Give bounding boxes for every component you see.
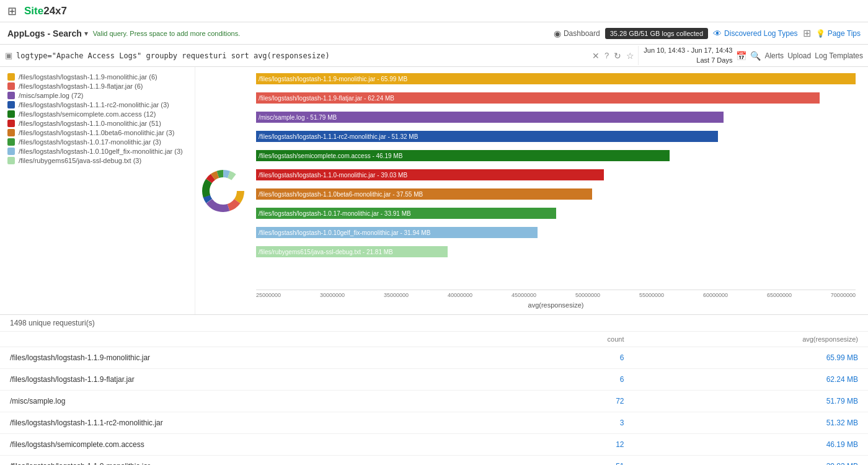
legend-item[interactable]: /files/logstash/semicomplete.com.access … — [7, 110, 187, 118]
row-count-0[interactable]: 6 — [521, 347, 634, 369]
row-count-2[interactable]: 72 — [521, 391, 634, 412]
query-icon: ▣ — [5, 51, 12, 60]
bar-row: /files/logstash/logstash-1.0.17-monolith… — [256, 206, 856, 220]
legend-color-3 — [7, 101, 15, 108]
row-size-2[interactable]: 51.79 MB — [634, 391, 869, 412]
row-size-4[interactable]: 46.19 MB — [634, 434, 869, 456]
refresh-btn[interactable]: ↻ — [614, 51, 621, 61]
bar-fill-3[interactable]: /files/logstash/logstash-1.1.1-rc2-monol… — [256, 131, 718, 142]
row-path-2[interactable]: /misc/sample.log — [0, 391, 521, 412]
table-row: /files/logstash/logstash-1.1.9-flatjar.j… — [0, 369, 868, 391]
row-count-5[interactable]: 51 — [521, 456, 634, 466]
upload-btn[interactable]: Upload — [787, 51, 811, 60]
discovered-log-types-btn[interactable]: 👁 Discovered Log Types — [713, 29, 798, 38]
legend-color-9 — [7, 157, 15, 164]
legend-color-1 — [7, 82, 15, 90]
bar-fill-1[interactable]: /files/logstash/logstash-1.1.9-flatjar.j… — [256, 92, 820, 104]
x-axis-label: 40000000 — [448, 292, 472, 298]
legend-color-4 — [7, 110, 15, 118]
bar-row: /files/logstash/semicomplete.com.access … — [256, 149, 856, 162]
dashboard-label: Dashboard — [564, 29, 600, 38]
bar-text-4: /files/logstash/semicomplete.com.access … — [259, 153, 402, 159]
bookmark-btn[interactable]: ☆ — [626, 51, 634, 61]
legend-item[interactable]: /files/logstash/logstash-1.0.10gelf_fix-… — [7, 148, 187, 155]
bar-text-3: /files/logstash/logstash-1.1.1-rc2-monol… — [259, 133, 418, 140]
log-templates-btn[interactable]: Log Templates — [815, 51, 863, 60]
legend-label-5: /files/logstash/logstash-1.1.0-monolithi… — [19, 120, 161, 127]
legend-label-7: /files/logstash/logstash-1.0.17-monolith… — [19, 138, 161, 146]
date-range[interactable]: Jun 10, 14:43 - Jun 17, 14:43 Last 7 Day… — [638, 46, 732, 65]
row-path-5[interactable]: /files/logstash/logstash-1.1.0-monolithi… — [0, 456, 521, 466]
row-size-3[interactable]: 51.32 MB — [634, 412, 869, 434]
alerts-btn[interactable]: Alerts — [764, 51, 784, 60]
bar-row: /files/logstash/logstash-1.1.9-flatjar.j… — [256, 91, 856, 105]
table-row: /files/logstash/logstash-1.1.1-rc2-monol… — [0, 412, 868, 434]
eye-icon: 👁 — [713, 29, 722, 38]
settings-icon[interactable]: ⊞ — [803, 27, 811, 39]
legend-color-0 — [7, 73, 15, 81]
table-summary: 1498 unique requesturi(s) — [0, 315, 868, 332]
table-row: /files/logstash/semicomplete.com.access … — [0, 434, 868, 456]
legend-item[interactable]: /misc/sample.log (72) — [7, 92, 187, 99]
bar-fill-8[interactable]: /files/logstash/logstash-1.0.10gelf_fix-… — [256, 227, 538, 238]
bar-row: /files/logstash/logstash-1.1.1-rc2-monol… — [256, 130, 856, 143]
x-axis-label: 55000000 — [639, 292, 664, 298]
legend-label-3: /files/logstash/logstash-1.1.1-rc2-monol… — [19, 101, 169, 108]
legend-item[interactable]: /files/logstash/logstash-1.1.1-rc2-monol… — [7, 101, 187, 108]
x-axis-label: 70000000 — [831, 292, 856, 298]
query-input[interactable] — [16, 51, 588, 60]
valid-query-label: Valid query. Press space to add more con… — [93, 30, 240, 37]
bar-fill-0[interactable]: /files/logstash/logstash-1.1.9-monolithi… — [256, 73, 856, 84]
legend-label-2: /misc/sample.log (72) — [19, 92, 84, 99]
clear-btn[interactable]: ✕ — [592, 51, 600, 61]
legend-item[interactable]: /files/logstash/logstash-1.1.0-monolithi… — [7, 120, 187, 127]
row-count-4[interactable]: 12 — [521, 434, 634, 456]
dropdown-arrow[interactable]: ▾ — [84, 29, 88, 38]
dashboard-icon: ◉ — [554, 29, 561, 38]
bar-text-0: /files/logstash/logstash-1.1.9-monolithi… — [259, 76, 407, 82]
bar-fill-9[interactable]: /files/rubygems615/java-ssl-debug.txt - … — [256, 246, 448, 257]
calendar-icon[interactable]: 📅 — [736, 51, 746, 61]
page-tips-btn[interactable]: 💡 Page Tips — [816, 29, 861, 38]
row-count-1[interactable]: 6 — [521, 369, 634, 391]
row-size-0[interactable]: 65.99 MB — [634, 347, 869, 369]
table-row: /files/logstash/logstash-1.1.9-monolithi… — [0, 347, 868, 369]
bar-text-5: /files/logstash/logstash-1.1.0-monolithi… — [259, 172, 407, 179]
legend-color-8 — [7, 148, 15, 155]
legend-item[interactable]: /files/logstash/logstash-1.1.0beta6-mono… — [7, 129, 187, 136]
dashboard-btn[interactable]: ◉ Dashboard — [554, 29, 600, 38]
row-size-1[interactable]: 62.24 MB — [634, 369, 869, 391]
legend-label-8: /files/logstash/logstash-1.0.10gelf_fix-… — [19, 148, 183, 155]
app-grid-icon[interactable]: ⊞ — [7, 4, 17, 18]
results-table: count avg(responsesize) /files/logstash/… — [0, 332, 868, 465]
bar-row: /files/rubygems615/java-ssl-debug.txt - … — [256, 245, 856, 259]
legend-item[interactable]: /files/rubygems615/java-ssl-debug.txt (3… — [7, 157, 187, 164]
row-size-5[interactable]: 39.03 MB — [634, 456, 869, 466]
legend-label-1: /files/logstash/logstash-1.1.9-flatjar.j… — [19, 82, 143, 90]
bar-fill-6[interactable]: /files/logstash/logstash-1.1.0beta6-mono… — [256, 188, 592, 200]
row-count-3[interactable]: 3 — [521, 412, 634, 434]
query-actions: ✕ ? ↻ ☆ — [592, 51, 634, 61]
row-path-0[interactable]: /files/logstash/logstash-1.1.9-monolithi… — [0, 347, 521, 369]
legend-item[interactable]: /files/logstash/logstash-1.1.9-flatjar.j… — [7, 82, 187, 90]
bar-fill-5[interactable]: /files/logstash/logstash-1.1.0-monolithi… — [256, 169, 604, 180]
svg-point-10 — [211, 179, 236, 203]
x-axis-label: 35000000 — [384, 292, 409, 298]
bar-fill-4[interactable]: /files/logstash/semicomplete.com.access … — [256, 150, 670, 161]
legend-label-6: /files/logstash/logstash-1.1.0beta6-mono… — [19, 129, 174, 136]
bar-text-6: /files/logstash/logstash-1.1.0beta6-mono… — [259, 191, 423, 198]
legend-color-2 — [7, 92, 15, 99]
page-title-area: AppLogs - Search ▾ — [7, 29, 88, 38]
help-btn[interactable]: ? — [604, 51, 609, 60]
legend-item[interactable]: /files/logstash/logstash-1.1.9-monolithi… — [7, 73, 187, 81]
col-count: count — [521, 332, 634, 347]
bar-fill-7[interactable]: /files/logstash/logstash-1.0.17-monolith… — [256, 208, 556, 219]
lightbulb-icon: 💡 — [816, 29, 825, 38]
search-btn[interactable]: 🔍 — [750, 51, 761, 61]
bar-text-9: /files/rubygems615/java-ssl-debug.txt - … — [259, 249, 393, 255]
row-path-3[interactable]: /files/logstash/logstash-1.1.1-rc2-monol… — [0, 412, 521, 434]
bar-fill-2[interactable]: /misc/sample.log - 51.79 MB — [256, 112, 724, 123]
legend-item[interactable]: /files/logstash/logstash-1.0.17-monolith… — [7, 138, 187, 146]
row-path-4[interactable]: /files/logstash/semicomplete.com.access — [0, 434, 521, 456]
row-path-1[interactable]: /files/logstash/logstash-1.1.9-flatjar.j… — [0, 369, 521, 391]
